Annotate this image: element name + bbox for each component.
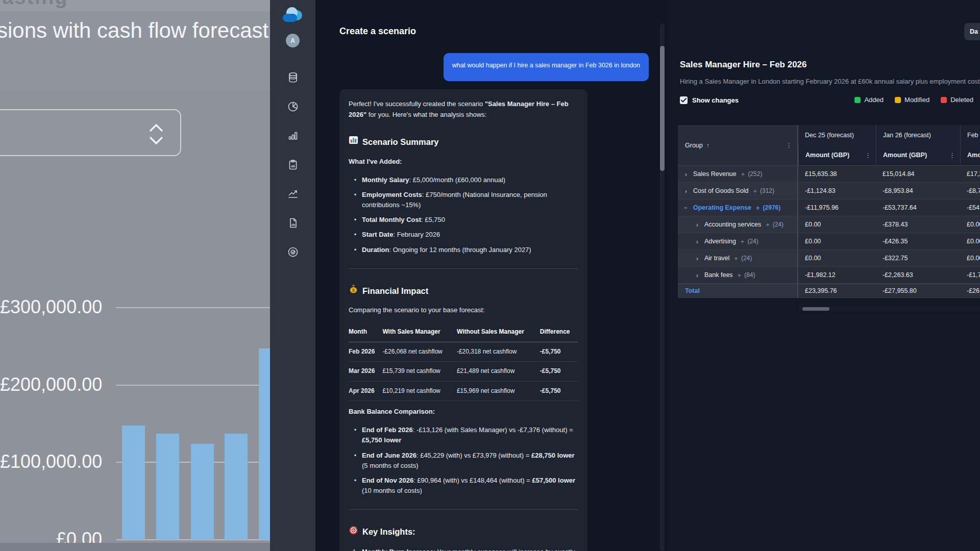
add-icon[interactable]: + (734, 255, 738, 262)
list-item-text: End of June 2026: £45,229 (with) vs £73,… (362, 450, 578, 471)
group-cell[interactable]: ›Cost of Goods Sold+(312) (678, 183, 798, 199)
sidebar-item-document-report[interactable] (270, 209, 315, 238)
table-row: ›Accounting services+(24)£0.00-£378.43£0… (678, 216, 980, 233)
add-icon[interactable]: + (741, 170, 745, 178)
y-axis-tick-label: £200,000.00 (0, 374, 102, 395)
bar (122, 425, 145, 540)
amount-cell: -£1,74 (960, 267, 980, 284)
kebab-menu-icon[interactable]: ⋮ (949, 152, 955, 159)
kebab-menu-icon[interactable]: ⋮ (786, 141, 792, 149)
row-count: (24) (773, 221, 783, 228)
amount-column-header[interactable]: Amou⋮ (960, 145, 980, 166)
chevron-right-icon[interactable]: › (683, 170, 689, 178)
sort-ascending-icon[interactable]: ↑ (706, 142, 709, 149)
table-header-row: MonthWith Sales ManagerWithout Sales Man… (349, 323, 578, 342)
amount-column-header[interactable]: Amount (GBP)⋮ (876, 145, 960, 166)
add-icon[interactable]: + (738, 271, 742, 279)
sidebar-item-pie-chart[interactable] (270, 93, 315, 122)
value-cell: -£20,318 net cashflow (457, 342, 540, 361)
row-name: Operating Expense (693, 204, 751, 211)
chevron-right-icon[interactable]: › (683, 187, 689, 195)
list-marker: • (349, 215, 362, 225)
legend-item-added: Added (854, 96, 884, 104)
group-cell[interactable]: ›Operating Expense+(2976) (678, 199, 798, 216)
comparison-table: MonthWith Sales ManagerWithout Sales Man… (349, 323, 578, 401)
amount-column-header[interactable]: Amount (GBP)⋮ (798, 145, 876, 166)
list-marker: • (349, 245, 362, 255)
amount-header-row: Amount (GBP)⋮Amount (GBP)⋮Amou⋮ (798, 145, 980, 166)
background-bottom-band (0, 543, 270, 551)
assistant-paragraph: Comparing the scenario to your base fore… (349, 305, 578, 315)
user-avatar[interactable]: A (286, 34, 300, 47)
row-name: Advertising (704, 238, 736, 245)
table-hscrollbar-track[interactable] (798, 307, 980, 311)
chat-scrollbar-thumb[interactable] (660, 46, 665, 171)
period-column-header[interactable]: Feb 2 (960, 125, 980, 145)
table-row: Feb 2026-£26,068 net cashflow-£20,318 ne… (349, 342, 578, 361)
group-column-header[interactable]: Group↑⋮ (678, 125, 798, 165)
group-cell[interactable]: ›Advertising+(24) (678, 233, 798, 250)
bar (191, 444, 214, 540)
amount-cell: -£322.75 (876, 250, 960, 267)
group-cell[interactable]: ›Accounting services+(24) (678, 216, 798, 233)
chevron-right-icon[interactable]: › (694, 238, 700, 245)
list-item-text: Duration: Ongoing for 12 months (through… (362, 245, 578, 255)
page-heading-fragment: sions with cash flow forecastin (0, 18, 270, 43)
column-header: Month (349, 323, 382, 342)
period-column-header[interactable]: Dec 25 (forecast) (798, 125, 876, 145)
period-column-header[interactable]: Jan 26 (forecast) (876, 125, 960, 145)
month-cell: Apr 2026 (349, 381, 382, 400)
add-icon[interactable]: + (753, 187, 757, 195)
table-row: Mar 2026£15,739 net cashflow£21,489 net … (349, 362, 578, 381)
bar (259, 348, 270, 540)
list-item-text: End of Nov 2026: £90,964 (with) vs £148,… (362, 475, 578, 496)
row-count: (84) (744, 271, 755, 279)
sidebar-item-clipboard-report[interactable] (270, 151, 315, 180)
y-axis-tick-label: £100,000.00 (0, 451, 102, 472)
chevron-right-icon[interactable]: › (694, 255, 700, 262)
group-cell[interactable]: Total (678, 284, 798, 298)
corner-button[interactable]: Da (964, 23, 980, 40)
total-label: Total (685, 287, 700, 294)
user-message-bubble: what would happen if I hire a sales mana… (444, 53, 649, 81)
money-bag-emoji-icon: $ (349, 284, 358, 298)
sidebar-item-database[interactable] (270, 64, 315, 93)
dimmed-background-page: asting sions with cash flow forecastin £… (0, 0, 270, 551)
app-logo-icon[interactable] (282, 6, 305, 22)
sidebar-item-target-goal[interactable] (270, 238, 315, 267)
row-count: (24) (747, 238, 758, 245)
amount-cell: £0.00 (960, 216, 980, 233)
group-cell[interactable]: ›Bank fees+(84) (678, 267, 798, 284)
row-name: Accounting services (704, 221, 761, 228)
add-icon[interactable]: + (741, 238, 745, 245)
group-cell[interactable]: ›Sales Revenue+(252) (678, 166, 798, 183)
list-item: •Monthly Salary: £5,000/month (£60,000 a… (349, 175, 578, 185)
sidebar-item-bar-chart[interactable] (270, 122, 315, 151)
list-marker: • (349, 475, 362, 496)
chevron-down-icon[interactable]: › (682, 205, 690, 211)
list-item-text: Monthly Burn Increase: Your monthly expe… (362, 547, 578, 551)
table-hscrollbar-thumb[interactable] (802, 307, 829, 311)
list-item-text: Start Date: February 2026 (362, 230, 578, 240)
amount-cell: £0.00 (798, 216, 876, 233)
list-item-text: Employment Costs: £750/month (National I… (362, 190, 578, 210)
scenario-controls-row: Show changes AddedModifiedDeleted (680, 96, 980, 106)
amount-cell: -£53,737.64 (876, 199, 960, 216)
add-icon[interactable]: + (756, 204, 760, 212)
row-name: Sales Revenue (693, 170, 737, 178)
list-marker: • (349, 425, 362, 445)
list-item: •End of Nov 2026: £90,964 (with) vs £148… (349, 475, 578, 496)
amount-cell: £0.00 (960, 250, 980, 267)
chevron-right-icon[interactable]: › (694, 221, 700, 229)
sidebar-item-trend-line[interactable] (270, 180, 315, 209)
show-changes-checkbox[interactable] (680, 96, 688, 104)
amount-cell: £0.00 (960, 233, 980, 250)
assistant-paragraph: Bank Balance Comparison: (349, 406, 578, 417)
add-icon[interactable]: + (766, 221, 770, 229)
group-cell[interactable]: ›Air travel+(24) (678, 250, 798, 267)
table-row: ›Sales Revenue+(252)£15,635.38£15,014.84… (678, 166, 980, 183)
dropdown-select-control[interactable] (0, 109, 181, 156)
month-cell: Feb 2026 (349, 342, 382, 361)
chevron-right-icon[interactable]: › (694, 271, 700, 279)
kebab-menu-icon[interactable]: ⋮ (865, 152, 871, 159)
